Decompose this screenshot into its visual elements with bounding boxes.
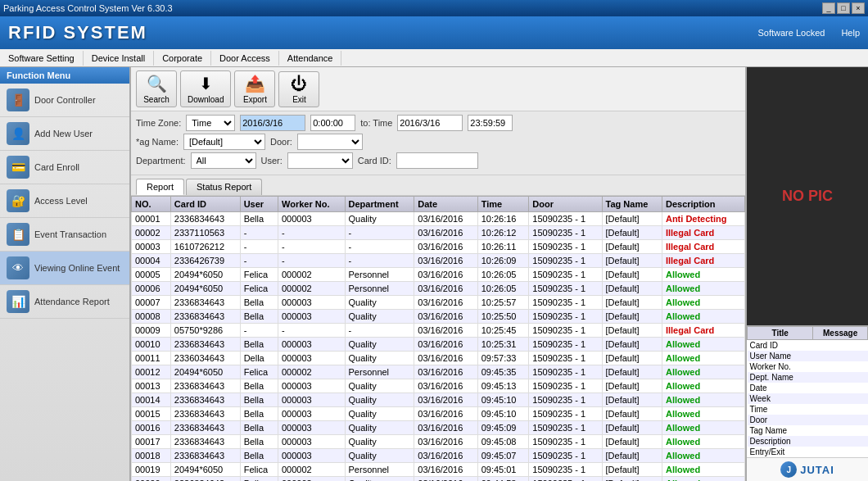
table-row[interactable]: 000102336834643Bella000003Quality03/16/2… [132, 338, 745, 352]
cardid-input[interactable] [396, 152, 478, 169]
table-cell: 09:45:08 [477, 435, 529, 449]
menu-device-install[interactable]: Device Install [84, 51, 154, 66]
table-cell: 15090235 - 1 [529, 338, 602, 352]
info-cell-title: Description [748, 436, 813, 447]
sidebar-item-access-level[interactable]: 🔐 Access Level [0, 184, 129, 218]
sidebar-item-attendance-report[interactable]: 📊 Attendance Report [0, 285, 129, 319]
table-row[interactable]: 0000905750*9286---03/16/201610:25:451509… [132, 324, 745, 338]
user-select[interactable] [287, 152, 353, 169]
table-row[interactable]: 000202336834643Bella000003Quality03/16/2… [132, 477, 745, 482]
table-cell: 00003 [132, 240, 171, 254]
tab-report[interactable]: Report [136, 179, 184, 195]
help-label[interactable]: Help [841, 28, 860, 38]
tagname-select[interactable]: [Default] [183, 134, 265, 150]
table-cell: Quality [345, 435, 414, 449]
table-cell: 00019 [132, 463, 171, 477]
logo-area: J JUTAI [747, 457, 868, 481]
table-cell: 000003 [278, 449, 345, 463]
table-row[interactable]: 000142336834643Bella000003Quality03/16/2… [132, 393, 745, 407]
from-time-input[interactable] [310, 115, 355, 131]
maximize-button[interactable]: □ [837, 2, 850, 14]
info-row: Card ID [748, 340, 868, 352]
menu-door-access[interactable]: Door Access [211, 51, 279, 66]
search-button[interactable]: 🔍 Search [136, 70, 177, 107]
table-row[interactable]: 0000620494*6050Felica000002Personnel03/1… [132, 282, 745, 296]
table-cell: 15090235 - 1 [529, 463, 602, 477]
table-cell: Della [240, 352, 278, 365]
timezone-select[interactable]: Time [186, 115, 235, 131]
table-row[interactable]: 000042336426739---03/16/201610:26:091509… [132, 254, 745, 268]
close-button[interactable]: × [852, 2, 865, 14]
table-cell: - [345, 226, 414, 240]
table-row[interactable]: 000082336834643Bella000003Quality03/16/2… [132, 310, 745, 324]
app-header: RFID SYSTEM Software Locked Help [0, 16, 868, 49]
sidebar-item-card-enroll[interactable]: 💳 Card Enroll [0, 151, 129, 184]
table-body: 000012336834643Bella000003Quality03/16/2… [132, 212, 745, 482]
door-select[interactable] [297, 134, 363, 150]
table-cell: Quality [345, 352, 414, 365]
window-controls[interactable]: _ □ × [822, 2, 865, 14]
menu-attendance[interactable]: Attendance [279, 51, 342, 66]
exit-button[interactable]: ⏻ Exit [278, 71, 319, 107]
table-cell: 15090235 - 1 [529, 296, 602, 310]
table-cell: 000003 [278, 352, 345, 365]
table-cell-desc: Allowed [662, 421, 744, 435]
table-row[interactable]: 000012336834643Bella000003Quality03/16/2… [132, 212, 745, 226]
table-cell: 15090235 - 1 [529, 254, 602, 268]
table-row[interactable]: 000132336834643Bella000003Quality03/16/2… [132, 379, 745, 393]
table-container[interactable]: NO. Card ID User Worker No. Department D… [131, 196, 745, 481]
tab-status-report[interactable]: Status Report [186, 179, 262, 195]
menu-software-setting[interactable]: Software Setting [0, 51, 84, 66]
table-row[interactable]: 000031610726212---03/16/201610:26:111509… [132, 240, 745, 254]
table-cell: [Default] [602, 365, 662, 379]
table-row[interactable]: 000162336834643Bella000003Quality03/16/2… [132, 421, 745, 435]
table-cell: 000002 [278, 268, 345, 282]
table-cell: 09:45:10 [477, 407, 529, 421]
sidebar-item-viewing-online[interactable]: 👁 Viewing Online Event [0, 252, 129, 285]
to-time-input[interactable] [468, 115, 513, 131]
sidebar-item-add-user[interactable]: 👤 Add New User [0, 117, 129, 151]
table-cell: 000003 [278, 296, 345, 310]
table-cell: Quality [345, 296, 414, 310]
table-cell: Personnel [345, 268, 414, 282]
table-cell: 09:44:58 [477, 477, 529, 482]
table-cell: 09:45:01 [477, 463, 529, 477]
table-cell-desc: Allowed [662, 407, 744, 421]
minimize-button[interactable]: _ [822, 2, 835, 14]
table-cell: 15090235 - 1 [529, 435, 602, 449]
table-cell: 00006 [132, 282, 171, 296]
table-cell-desc: Allowed [662, 393, 744, 407]
table-cell: [Default] [602, 296, 662, 310]
table-cell: 09:45:10 [477, 393, 529, 407]
table-row[interactable]: 000152336834643Bella000003Quality03/16/2… [132, 407, 745, 421]
table-row[interactable]: 000182336834643Bella000003Quality03/16/2… [132, 449, 745, 463]
table-cell: [Default] [602, 421, 662, 435]
table-row[interactable]: 0001220494*6050Felica000002Personnel03/1… [132, 365, 745, 379]
table-row[interactable]: 000022337110563---03/16/201610:26:121509… [132, 226, 745, 240]
table-row[interactable]: 000172336834643Bella000003Quality03/16/2… [132, 435, 745, 449]
table-row[interactable]: 000112336034643Della000003Quality03/16/2… [132, 352, 745, 365]
table-cell: 10:26:05 [477, 282, 529, 296]
table-cell: [Default] [602, 435, 662, 449]
export-button[interactable]: 📤 Export [234, 70, 275, 107]
right-panel: NO PIC Title Message Card IDUser NameWor… [745, 67, 868, 481]
sidebar-item-door-controller[interactable]: 🚪 Door Controller [0, 84, 129, 117]
from-date-input[interactable] [240, 115, 305, 131]
table-row[interactable]: 000072336834643Bella000003Quality03/16/2… [132, 296, 745, 310]
table-cell: - [278, 240, 345, 254]
info-row: Tag Name [748, 425, 868, 436]
table-cell: 2337110563 [170, 226, 240, 240]
table-cell: [Default] [602, 393, 662, 407]
table-cell: Felica [240, 365, 278, 379]
table-row[interactable]: 0001920494*6050Felica000002Personnel03/1… [132, 463, 745, 477]
dept-select[interactable]: All [191, 152, 256, 169]
col-desc: Description [662, 197, 744, 212]
table-cell: Bella [240, 212, 278, 226]
download-button[interactable]: ⬇ Download [180, 70, 231, 107]
table-cell: 03/16/2016 [414, 310, 477, 324]
sidebar-item-event-transaction[interactable]: 📋 Event Transaction [0, 218, 129, 252]
to-date-input[interactable] [397, 115, 463, 131]
table-row[interactable]: 0000520494*6050Felica000002Personnel03/1… [132, 268, 745, 282]
menu-corporate[interactable]: Corporate [154, 51, 211, 66]
table-cell: 15090235 - 1 [529, 268, 602, 282]
